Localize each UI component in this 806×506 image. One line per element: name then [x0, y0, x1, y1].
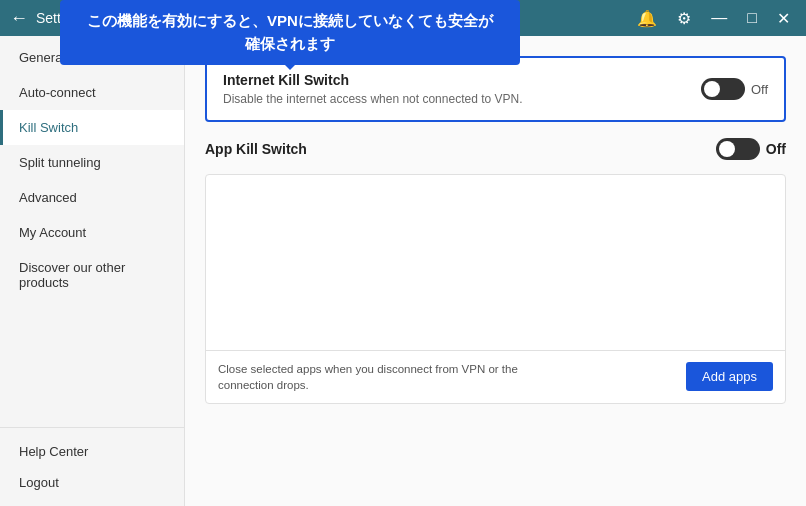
sidebar-footer: Help Center Logout — [0, 427, 184, 506]
app-kill-switch-title: App Kill Switch — [205, 141, 307, 157]
sidebar-item-logout[interactable]: Logout — [0, 467, 184, 498]
add-apps-button[interactable]: Add apps — [686, 362, 773, 391]
sidebar-item-split-tunneling[interactable]: Split tunneling — [0, 145, 184, 180]
sidebar-item-kill-switch[interactable]: Kill Switch — [0, 110, 184, 145]
app-list-area: Close selected apps when you disconnect … — [205, 174, 786, 404]
sidebar-item-advanced[interactable]: Advanced — [0, 180, 184, 215]
restore-button[interactable]: □ — [739, 0, 765, 36]
internet-kill-switch-info: Internet Kill Switch Disable the interne… — [223, 72, 523, 106]
sidebar: General Auto-connect Kill Switch Split t… — [0, 36, 185, 506]
window-controls: 🔔 ⚙ — □ ✕ — [629, 0, 798, 36]
close-button[interactable]: ✕ — [769, 0, 798, 36]
sidebar-nav: General Auto-connect Kill Switch Split t… — [0, 40, 184, 427]
app-kill-switch-track[interactable] — [716, 138, 760, 160]
sidebar-item-discover[interactable]: Discover our other products — [0, 250, 184, 300]
internet-kill-switch-title: Internet Kill Switch — [223, 72, 523, 88]
app-kill-switch-row: App Kill Switch Off — [205, 138, 786, 174]
app-list-footer: Close selected apps when you disconnect … — [206, 350, 785, 403]
sidebar-item-my-account[interactable]: My Account — [0, 215, 184, 250]
app-list-content — [206, 175, 785, 350]
gear-icon[interactable]: ⚙ — [669, 0, 699, 36]
app-list-description: Close selected apps when you disconnect … — [218, 361, 558, 393]
internet-kill-switch-description: Disable the internet access when not con… — [223, 92, 523, 106]
internet-kill-switch-toggle[interactable]: Off — [701, 78, 768, 100]
content-area: Internet Kill Switch Disable the interne… — [185, 36, 806, 506]
internet-kill-switch-thumb — [704, 81, 720, 97]
tooltip-text: この機能を有効にすると、VPNに接続していなくても安全が確保されます — [87, 12, 493, 52]
app-kill-switch-toggle[interactable]: Off — [716, 138, 786, 160]
main-layout: General Auto-connect Kill Switch Split t… — [0, 36, 806, 506]
app-kill-switch-toggle-label: Off — [766, 141, 786, 157]
sidebar-item-help-center[interactable]: Help Center — [0, 436, 184, 467]
sidebar-item-auto-connect[interactable]: Auto-connect — [0, 75, 184, 110]
bell-icon[interactable]: 🔔 — [629, 0, 665, 36]
minimize-button[interactable]: — — [703, 0, 735, 36]
tooltip-banner: この機能を有効にすると、VPNに接続していなくても安全が確保されます — [60, 0, 520, 65]
back-button[interactable]: ← — [10, 8, 28, 29]
app-kill-switch-thumb — [719, 141, 735, 157]
internet-kill-switch-track[interactable] — [701, 78, 745, 100]
internet-kill-switch-toggle-label: Off — [751, 82, 768, 97]
